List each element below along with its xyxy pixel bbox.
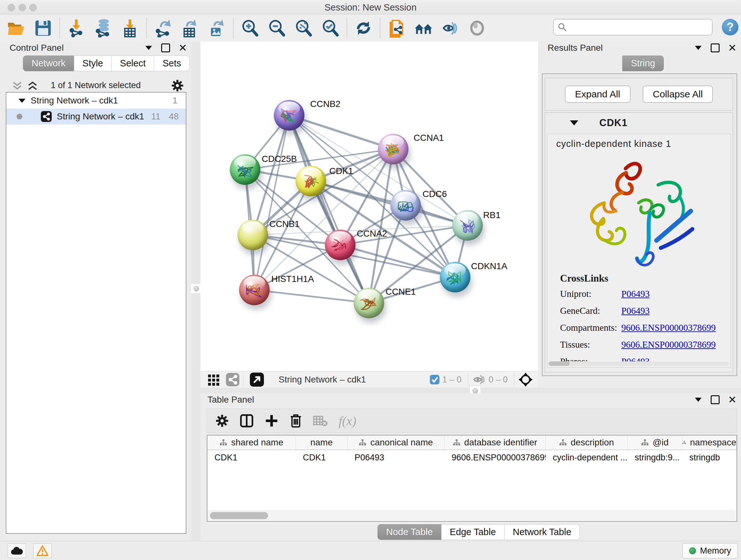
panel-close-icon[interactable]: ✕ <box>728 396 737 403</box>
panel-menu-icon[interactable] <box>695 46 702 50</box>
string-view-icon[interactable] <box>226 373 239 386</box>
document-share-icon[interactable] <box>387 19 406 37</box>
tab-edge-table[interactable]: Edge Table <box>441 524 504 540</box>
network-edge[interactable] <box>254 115 289 290</box>
network-node-RB1[interactable] <box>452 210 483 241</box>
cloud-status-button[interactable] <box>8 543 26 558</box>
results-scrollbar[interactable] <box>549 361 729 366</box>
tab-select[interactable]: Select <box>112 56 154 71</box>
network-edge[interactable] <box>311 181 468 226</box>
help-button[interactable]: ? <box>722 19 738 36</box>
open-session-icon[interactable] <box>7 19 25 37</box>
delete-column-icon[interactable] <box>289 414 302 428</box>
table-cell[interactable]: stringdb:9... <box>628 450 682 464</box>
eye-icon[interactable] <box>468 19 486 37</box>
uniprot-link[interactable]: P06493 <box>621 289 650 299</box>
protein-section-header[interactable]: CDK1 <box>545 113 733 133</box>
column-header-description[interactable]: description <box>546 435 628 449</box>
tissues-link[interactable]: 9606.ENSP00000378699 <box>621 339 716 350</box>
network-node-HIST1H1A[interactable] <box>239 274 270 305</box>
glasses-hide-icon[interactable] <box>441 19 460 37</box>
import-network-icon[interactable] <box>67 19 85 37</box>
compartments-link[interactable]: 9606.ENSP00000378699 <box>621 322 716 333</box>
table-cell[interactable]: stringdb <box>682 450 737 464</box>
table-cell[interactable]: 9606.ENSP00000378699 <box>445 450 546 464</box>
network-row[interactable]: String Network – cdk1 11 48 <box>6 109 186 125</box>
network-node-CDK1[interactable] <box>295 166 326 196</box>
import-table-icon[interactable] <box>121 19 139 37</box>
table-row[interactable]: CDK1CDK1P064939606.ENSP00000378699cyclin… <box>207 450 737 464</box>
genecard-link[interactable]: P06493 <box>621 306 650 316</box>
tree-expand-icon[interactable] <box>18 98 26 104</box>
column-header-name[interactable]: name <box>296 435 347 449</box>
export-image-icon[interactable] <box>207 19 226 37</box>
tab-network-table[interactable]: Network Table <box>504 524 580 540</box>
collapse-all-button[interactable]: Collapse All <box>643 85 713 103</box>
tab-string[interactable]: String <box>622 56 664 71</box>
panel-close-icon[interactable]: ✕ <box>728 44 737 51</box>
column-header-namespace[interactable]: namespace <box>682 435 737 449</box>
export-network-icon[interactable] <box>154 19 172 37</box>
function-builder-icon[interactable]: f(x) <box>339 414 356 428</box>
network-node-CCNA1[interactable] <box>378 134 408 165</box>
network-node-CCNB1[interactable] <box>238 220 268 250</box>
gear-icon[interactable] <box>215 414 229 428</box>
table-cell[interactable]: cyclin-dependent ... <box>546 450 628 464</box>
network-node-CDC25B[interactable] <box>230 154 260 185</box>
section-collapse-icon[interactable] <box>570 120 578 125</box>
selected-checkbox-icon[interactable] <box>429 374 440 385</box>
zoom-out-icon[interactable] <box>267 19 286 37</box>
network-edge[interactable] <box>254 290 369 303</box>
tab-style[interactable]: Style <box>74 56 111 71</box>
panel-menu-icon[interactable] <box>145 46 152 50</box>
column-header-database-identifier[interactable]: database identifier <box>445 435 546 449</box>
column-header--id[interactable]: @id <box>628 435 682 449</box>
houses-icon[interactable] <box>414 19 433 37</box>
network-node-CCNA2[interactable] <box>325 230 355 260</box>
hidden-eye-icon[interactable] <box>472 374 486 385</box>
save-session-icon[interactable] <box>34 19 52 37</box>
refresh-icon[interactable] <box>354 19 373 37</box>
gear-icon[interactable] <box>171 79 184 92</box>
add-column-icon[interactable] <box>265 414 279 428</box>
split-columns-icon[interactable] <box>240 414 254 428</box>
zoom-selected-icon[interactable] <box>321 19 340 37</box>
network-node-CCNB2[interactable] <box>274 100 305 131</box>
birds-eye-grid-icon[interactable] <box>207 373 220 386</box>
tab-network[interactable]: Network <box>23 56 74 71</box>
zoom-fit-icon[interactable] <box>294 19 313 37</box>
network-collection-row[interactable]: String Network – cdk1 1 <box>6 92 186 109</box>
network-node-CDKN1A[interactable] <box>440 262 470 293</box>
column-header-shared-name[interactable]: shared name <box>207 435 296 449</box>
network-node-CDC6[interactable] <box>390 190 421 221</box>
zoom-in-icon[interactable] <box>241 19 259 37</box>
network-canvas[interactable]: CCNB2CCNA1CDC25BCDK1CDC6RB1CCNB1CCNA2CDK… <box>200 42 538 371</box>
tab-sets[interactable]: Sets <box>154 56 190 71</box>
table-cell[interactable]: P06493 <box>347 450 445 464</box>
panel-float-icon[interactable] <box>711 395 720 404</box>
panel-float-icon[interactable] <box>161 44 170 52</box>
open-in-new-window-icon[interactable] <box>250 373 264 387</box>
panel-close-icon[interactable]: ✕ <box>179 44 187 51</box>
import-database-icon[interactable] <box>94 19 112 37</box>
horizontal-splitter[interactable] <box>200 388 741 393</box>
tab-node-table[interactable]: Node Table <box>378 524 441 540</box>
table-cell[interactable]: CDK1 <box>207 450 296 464</box>
left-splitter[interactable] <box>192 42 200 541</box>
table-scrollbar[interactable] <box>207 510 736 520</box>
delete-table-icon[interactable] <box>313 415 328 427</box>
column-header-canonical-name[interactable]: canonical name <box>347 435 445 449</box>
panel-float-icon[interactable] <box>711 44 720 52</box>
warning-status-button[interactable] <box>33 543 52 558</box>
memory-button[interactable]: Memory <box>682 543 738 558</box>
panel-menu-icon[interactable] <box>695 398 702 402</box>
node-label-CDKN1A: CDKN1A <box>471 261 508 271</box>
node-gloss <box>395 192 416 205</box>
fit-selected-crosshair-icon[interactable] <box>518 372 533 387</box>
export-table-icon[interactable] <box>181 19 199 37</box>
search-input[interactable] <box>553 19 713 36</box>
network-node-CCNE1[interactable] <box>354 288 384 318</box>
expand-all-button[interactable]: Expand All <box>565 85 630 103</box>
table-cell[interactable]: CDK1 <box>296 450 347 464</box>
shared-column-icon <box>559 439 567 446</box>
